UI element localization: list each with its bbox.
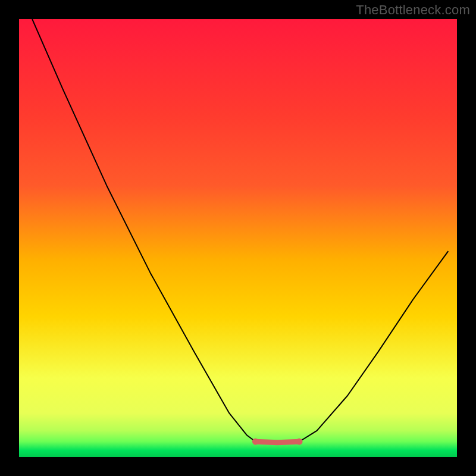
watermark-text: TheBottleneck.com (356, 2, 470, 18)
chart-root: TheBottleneck.com (0, 0, 476, 476)
plot-area (19, 19, 457, 457)
optimal-range-highlight (255, 441, 299, 443)
highlight-endpoint (252, 439, 259, 445)
plot-svg (19, 19, 457, 457)
highlight-endpoint (296, 439, 303, 445)
gradient-background (19, 19, 457, 457)
